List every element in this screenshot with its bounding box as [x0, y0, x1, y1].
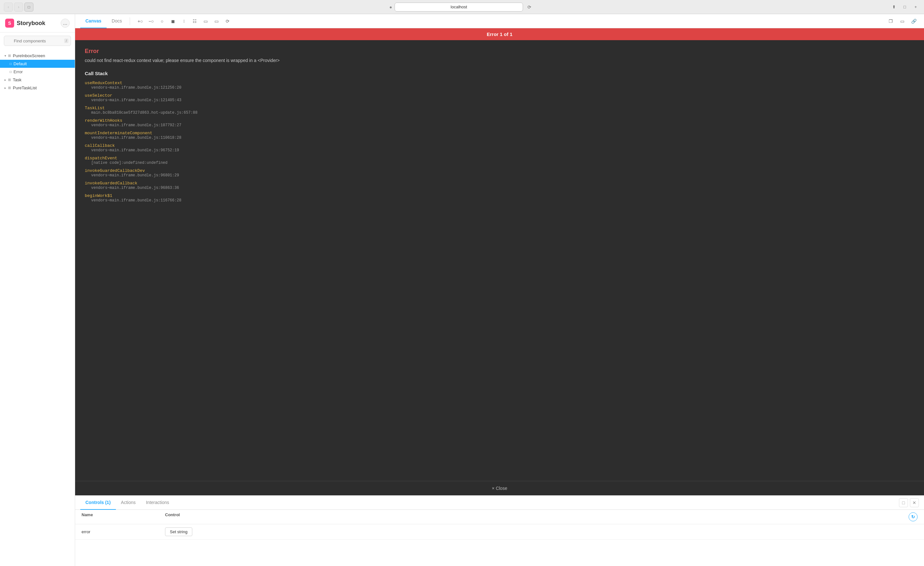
set-string-button[interactable]: Set string [165, 527, 192, 536]
refresh-button[interactable]: ⟳ [222, 16, 233, 26]
toolbar-icons: +○ −○ ○ ◼ ⁝ ☷ ▭ ▭ ⟳ [135, 16, 233, 26]
share-button[interactable]: ⬆ [890, 3, 898, 12]
stack-fn-8: invokeGuardedCallback [85, 181, 914, 186]
error-title: Error [85, 48, 914, 55]
close-bar[interactable]: × Close [75, 481, 924, 495]
toolbar-right: ❐ ▭ 🔗 [885, 16, 919, 26]
stack-fn-0: useReduxContext [85, 81, 914, 86]
sidebar-header: S Storybook ... [0, 14, 75, 32]
stack-entry-5: callCallback vendors~main.iframe.bundle.… [85, 143, 914, 153]
nav-group-label-task: Task [13, 77, 21, 82]
sidebar-toggle-button[interactable]: □ [24, 3, 33, 12]
caret-icon: ▾ [4, 54, 6, 57]
reload-button[interactable]: ⟳ [526, 3, 533, 11]
nav-group-pureinboxscreen: ▾ ⊞ PureInboxScreen □ Default □ Error [0, 52, 75, 76]
stack-fn-2: TaskList [85, 106, 914, 111]
error-panel: Error could not find react-redux context… [75, 40, 924, 481]
ctrl-control-error: Set string [165, 527, 918, 536]
close-label: × Close [492, 486, 507, 491]
panel-layout-button[interactable]: □ [899, 498, 908, 507]
open-new-tab-button[interactable]: ▭ [897, 16, 907, 26]
story-icon-error: □ [10, 70, 12, 74]
toolbar-divider [130, 17, 130, 25]
address-bar[interactable]: localhost [394, 3, 523, 12]
search-input[interactable] [4, 36, 71, 46]
new-tab-button[interactable]: □ [900, 3, 909, 12]
nav-group-task: ▸ ⊞ Task [0, 76, 75, 84]
controls-header-row: Name Control ↻ [75, 510, 924, 524]
search-container: 🔍 / [4, 36, 71, 46]
error-banner-text: Error 1 of 1 [487, 32, 512, 37]
stack-file-6: [native code]:undefined:undefined [85, 161, 914, 165]
frame-view-button[interactable]: ▭ [201, 16, 211, 26]
zoom-reset-button[interactable]: ○ [157, 16, 167, 26]
tab-canvas[interactable]: Canvas [80, 14, 106, 28]
sidebar-menu-button[interactable]: ... [61, 19, 70, 28]
stack-file-0: vendors~main.iframe.bundle.js:121256:20 [85, 86, 914, 90]
search-shortcut: / [64, 39, 68, 43]
search-area: 🔍 / [0, 32, 75, 49]
nav-group-header-task[interactable]: ▸ ⊞ Task [0, 76, 75, 84]
main-content: Canvas Docs +○ −○ ○ ◼ ⁝ ☷ ▭ ▭ ⟳ ❐ ▭ 🔗 [75, 14, 924, 566]
nav-item-label-error: Error [14, 69, 23, 74]
call-stack-title: Call Stack [85, 71, 914, 76]
sidebar: S Storybook ... 🔍 / ▾ ⊞ PureInboxScreen [0, 14, 75, 566]
stack-fn-9: beginWork$1 [85, 194, 914, 198]
grid-icon: ⊞ [8, 54, 11, 58]
add-button[interactable]: + [911, 3, 920, 12]
ctrl-name-error: error [81, 529, 165, 534]
forward-button[interactable]: › [14, 3, 23, 12]
stack-file-9: vendors~main.iframe.bundle.js:116766:28 [85, 198, 914, 203]
stack-entry-9: beginWork$1 vendors~main.iframe.bundle.j… [85, 194, 914, 203]
table-view-button[interactable]: ☷ [190, 16, 200, 26]
nav-tree: ▾ ⊞ PureInboxScreen □ Default □ Error ▸ … [0, 49, 75, 566]
storybook-logo: S Storybook [5, 19, 45, 28]
stack-entry-4: mountIndeterminateComponent vendors~main… [85, 131, 914, 140]
tab-docs[interactable]: Docs [106, 14, 127, 28]
zoom-in-button[interactable]: +○ [135, 16, 146, 26]
grid-view-button[interactable]: ⁝ [179, 16, 189, 26]
component-view-button[interactable]: ▭ [212, 16, 222, 26]
zoom-out-button[interactable]: −○ [146, 16, 156, 26]
browser-nav-buttons: ‹ › □ [4, 3, 33, 12]
nav-item-error[interactable]: □ Error [0, 68, 75, 76]
nav-item-default[interactable]: □ Default [0, 60, 75, 68]
fullscreen-button[interactable]: ❐ [885, 16, 896, 26]
table-row: error Set string [75, 524, 924, 540]
bottom-tab-action-buttons: □ ✕ [899, 498, 919, 507]
stack-file-5: vendors~main.iframe.bundle.js:96752:19 [85, 148, 914, 153]
error-banner: Error 1 of 1 [75, 28, 924, 40]
caret-icon-puretasklist: ▸ [4, 86, 6, 90]
browser-chrome: ‹ › □ ● localhost ⟳ ⬆ □ + [0, 0, 924, 14]
bottom-tabs: Controls (1) Actions Interactions □ ✕ [75, 495, 924, 510]
stack-entry-7: invokeGuardedCallbackDev vendors~main.if… [85, 168, 914, 178]
error-message: could not find react-redux context value… [85, 58, 914, 63]
stack-file-2: main.bc8ba810cae5f327d863.hot-update.js:… [85, 111, 914, 115]
image-view-button[interactable]: ◼ [168, 16, 178, 26]
bottom-tab-interactions[interactable]: Interactions [141, 495, 174, 510]
panel-close-button[interactable]: ✕ [910, 498, 919, 507]
stack-fn-1: useSelector [85, 93, 914, 98]
story-icon-default: □ [10, 62, 12, 66]
controls-col-name: Name [81, 512, 165, 521]
address-bar-area: ● localhost ⟳ [37, 3, 886, 12]
stack-file-4: vendors~main.iframe.bundle.js:110618:28 [85, 135, 914, 140]
nav-group-label-pureinboxscreen: PureInboxScreen [13, 53, 45, 58]
nav-item-label-default: Default [14, 62, 27, 66]
stack-entry-0: useReduxContext vendors~main.iframe.bund… [85, 81, 914, 90]
controls-table: Name Control ↻ error Set string [75, 510, 924, 566]
grid-icon-puretasklist: ⊞ [8, 86, 11, 90]
bottom-tab-actions[interactable]: Actions [116, 495, 141, 510]
stack-file-1: vendors~main.iframe.bundle.js:121405:43 [85, 98, 914, 102]
back-button[interactable]: ‹ [4, 3, 13, 12]
bottom-tab-controls[interactable]: Controls (1) [80, 495, 116, 510]
link-button[interactable]: 🔗 [909, 16, 919, 26]
stack-file-7: vendors~main.iframe.bundle.js:96801:29 [85, 173, 914, 178]
stack-entry-2: TaskList main.bc8ba810cae5f327d863.hot-u… [85, 106, 914, 115]
reset-all-button[interactable]: ↻ [909, 512, 918, 521]
nav-group-header-pureinboxscreen[interactable]: ▾ ⊞ PureInboxScreen [0, 52, 75, 60]
caret-icon-task: ▸ [4, 78, 6, 82]
stack-fn-4: mountIndeterminateComponent [85, 131, 914, 135]
stack-file-8: vendors~main.iframe.bundle.js:96863:36 [85, 186, 914, 190]
nav-group-header-puretasklist[interactable]: ▸ ⊞ PureTaskList [0, 84, 75, 92]
